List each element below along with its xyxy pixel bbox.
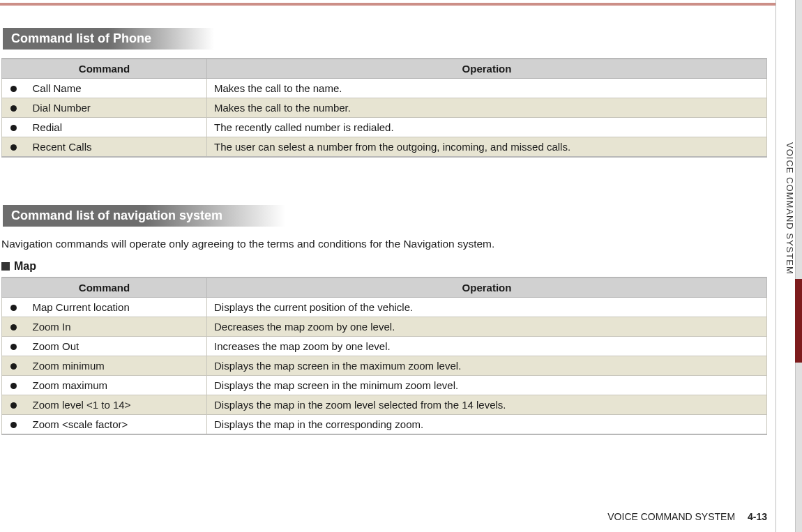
map-command-table: Command Operation Map Current location D… [1,277,767,435]
command-cell: Zoom In [26,317,207,337]
command-cell: Zoom Out [26,337,207,356]
operation-cell: Increases the map zoom by one level. [207,337,767,356]
footer-page-number: 4-13 [748,511,767,522]
map-subheading-label: Map [14,260,36,272]
command-cell: Call Name [26,79,207,98]
side-tab-label: VOICE COMMAND SYSTEM [777,139,795,349]
command-cell: Zoom maximum [26,376,207,395]
operation-cell: Displays the map screen in the maximum z… [207,356,767,376]
bullet-icon [2,79,26,98]
phone-command-table: Command Operation Call Name Makes the ca… [1,58,767,158]
map-subheading: Map [1,260,767,273]
table-row: Call Name Makes the call to the name. [2,79,767,98]
map-table-header-command: Command [2,278,207,298]
section-spacer [0,158,767,198]
bullet-icon [2,298,26,317]
bullet-icon [2,337,26,356]
page-content: Command list of Phone Command Operation … [0,21,767,435]
operation-cell: Displays the map in the zoom level selec… [207,395,767,415]
command-cell: Dial Number [26,98,207,118]
bullet-icon [2,395,26,415]
side-grey-band [795,0,802,532]
command-cell: Redial [26,118,207,137]
bullet-icon [2,137,26,158]
side-active-tab [795,279,802,363]
operation-cell: Makes the call to the number. [207,98,767,118]
table-row: Zoom In Decreases the map zoom by one le… [2,317,767,337]
phone-table-header-operation: Operation [207,59,767,79]
bullet-icon [2,118,26,137]
bullet-icon [2,317,26,337]
command-cell: Recent Calls [26,137,207,158]
bullet-icon [2,415,26,435]
table-row: Zoom maximum Displays the map screen in … [2,376,767,395]
bullet-icon [2,356,26,376]
table-row: Zoom minimum Displays the map screen in … [2,356,767,376]
table-row: Dial Number Makes the call to the number… [2,98,767,118]
page-footer: VOICE COMMAND SYSTEM 4-13 [607,511,767,522]
page-root: Command list of Phone Command Operation … [0,0,802,532]
command-cell: Zoom <scale factor> [26,415,207,435]
operation-cell: Displays the current position of the veh… [207,298,767,317]
table-row: Recent Calls The user can selest a numbe… [2,137,767,158]
navigation-note: Navigation commands will operate only ag… [1,238,767,250]
table-row: Zoom Out Increases the map zoom by one l… [2,337,767,356]
section-title-phone: Command list of Phone [3,28,214,50]
command-cell: Zoom minimum [26,356,207,376]
operation-cell: The user can selest a number from the ou… [207,137,767,158]
phone-table-header-command: Command [2,59,207,79]
command-cell: Zoom level <1 to 14> [26,395,207,415]
operation-cell: Decreases the map zoom by one level. [207,317,767,337]
table-row: Zoom <scale factor> Displays the map in … [2,415,767,435]
map-table-header-operation: Operation [207,278,767,298]
table-row: Redial The recently called number is red… [2,118,767,137]
bullet-icon [2,98,26,118]
bullet-icon [2,376,26,395]
operation-cell: Displays the map screen in the minimum z… [207,376,767,395]
top-color-strip [0,3,788,6]
operation-cell: The recently called number is redialed. [207,118,767,137]
footer-section-label: VOICE COMMAND SYSTEM [607,511,735,522]
table-row: Map Current location Displays the curren… [2,298,767,317]
operation-cell: Displays the map in the corresponding zo… [207,415,767,435]
square-bullet-icon [1,262,10,271]
side-tab-strip: VOICE COMMAND SYSTEM [775,0,802,532]
operation-cell: Makes the call to the name. [207,79,767,98]
command-cell: Map Current location [26,298,207,317]
table-row: Zoom level <1 to 14> Displays the map in… [2,395,767,415]
section-title-navigation: Command list of navigation system [3,205,285,227]
